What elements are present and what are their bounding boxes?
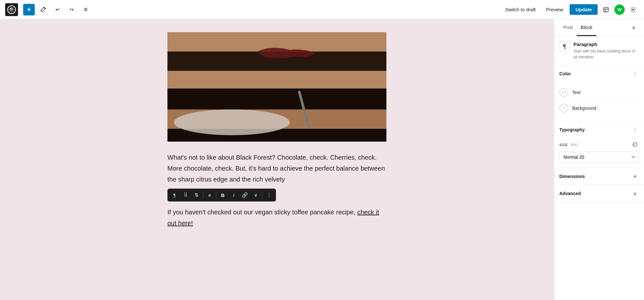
size-label: SIZE (PX) — [559, 142, 578, 147]
paragraph2-text: If you haven't checked out our vegan sti… — [167, 207, 386, 229]
block-icon: ¶ — [559, 42, 570, 52]
color-section: Color ⋮ Text Back — [554, 65, 644, 121]
inline-toolbar: ¶ ⠿ ⇅ ≡ B I 🔗 ∨ ⋮ — [167, 189, 276, 202]
tab-block[interactable]: Block — [577, 19, 596, 36]
text-color-circle — [559, 88, 568, 97]
bg-color-circle — [559, 104, 568, 113]
bold-button[interactable]: B — [218, 190, 228, 200]
more-options-button[interactable]: ∨ — [251, 190, 261, 200]
text-color-label: Text — [572, 90, 581, 95]
toolbar-divider-1 — [203, 191, 203, 199]
paragraph1-text[interactable]: What's not to like about Black Forest? C… — [167, 152, 386, 185]
dimensions-title: Dimensions — [559, 174, 631, 179]
block-info-text: Paragraph Start with the basic building … — [573, 42, 639, 60]
sidebar-tabs: Post Block × — [554, 19, 644, 36]
paragraph-type-button[interactable]: ¶ — [169, 190, 180, 200]
svg-rect-2 — [604, 7, 608, 12]
bg-color-label: Background — [572, 106, 596, 111]
content-area: What's not to like about Black Forest? C… — [0, 19, 554, 300]
reset-size-button[interactable] — [631, 141, 639, 148]
advanced-title: Advanced — [559, 191, 631, 196]
move-button[interactable]: ⇅ — [191, 190, 202, 200]
tab-post[interactable]: Post — [559, 19, 577, 36]
font-size-select[interactable]: Normal 20 Small Medium Large Extra Large — [559, 152, 639, 163]
link-button[interactable]: 🔗 — [240, 190, 250, 200]
edit-button[interactable] — [37, 4, 49, 15]
cake-image — [167, 32, 386, 142]
add-block-button[interactable]: + — [23, 4, 35, 15]
color-actions: ⋮ — [631, 70, 639, 78]
svg-rect-12 — [167, 32, 386, 142]
typography-title: Typography — [559, 127, 631, 132]
advanced-section: Advanced ∨ — [554, 185, 644, 202]
block-title: Paragraph — [573, 42, 639, 47]
advanced-header[interactable]: Advanced ∨ — [554, 185, 644, 202]
typography-actions: ⋮ — [631, 126, 639, 134]
color-section-header[interactable]: Color ⋮ — [554, 65, 644, 82]
content-inner: What's not to like about Black Forest? C… — [167, 32, 386, 274]
preview-button[interactable]: Preview — [542, 4, 567, 15]
italic-button[interactable]: I — [229, 190, 239, 200]
settings-button[interactable] — [627, 4, 639, 15]
sidebar: Post Block × ¶ Paragraph Start with the … — [554, 19, 644, 300]
topbar: + ↩ ↪ ≡ Switch to draft Preview Update W — [0, 0, 644, 19]
typography-section-header[interactable]: Typography ⋮ — [554, 121, 644, 138]
switch-draft-button[interactable]: Switch to draft — [501, 4, 540, 15]
paragraph-content: What's not to like about Black Forest? C… — [167, 152, 386, 229]
wp-logo — [5, 3, 18, 16]
color-title: Color — [559, 71, 631, 76]
svg-point-3 — [632, 9, 634, 10]
typography-section: Typography ⋮ SIZE (PX) — [554, 121, 644, 168]
dimensions-header[interactable]: Dimensions + — [554, 168, 644, 185]
avatar-button[interactable]: W — [614, 5, 625, 15]
update-button[interactable]: Update — [570, 4, 598, 15]
toolbar-divider-3 — [262, 191, 262, 199]
block-info: ¶ Paragraph Start with the basic buildin… — [554, 36, 644, 65]
block-description: Start with the basic building block of a… — [573, 48, 639, 60]
dimensions-section: Dimensions + — [554, 168, 644, 185]
topbar-right: Switch to draft Preview Update W — [501, 4, 639, 15]
advanced-chevron-button[interactable]: ∨ — [631, 190, 639, 197]
align-button[interactable]: ≡ — [204, 190, 215, 200]
add-dimensions-button[interactable]: + — [631, 173, 639, 180]
typography-options-button[interactable]: ⋮ — [631, 126, 639, 134]
color-background-row[interactable]: Background — [559, 100, 639, 116]
size-row: SIZE (PX) — [559, 141, 639, 148]
typography-body: SIZE (PX) Normal 20 Small Medium Large E… — [554, 138, 644, 168]
color-options-button[interactable]: ⋮ — [631, 70, 639, 78]
toolbar-divider-2 — [216, 191, 216, 199]
layout-icon-button[interactable] — [600, 4, 612, 15]
redo-button[interactable]: ↪ — [66, 4, 77, 15]
block-options-button[interactable]: ⋮ — [264, 190, 274, 200]
main-layout: What's not to like about Black Forest? C… — [0, 19, 644, 300]
tools-button[interactable]: ≡ — [80, 4, 91, 15]
drag-handle-button[interactable]: ⠿ — [180, 190, 191, 200]
close-sidebar-button[interactable]: × — [629, 23, 639, 33]
color-text-row[interactable]: Text — [559, 85, 639, 100]
undo-button[interactable]: ↩ — [52, 4, 63, 15]
color-body: Text Background — [554, 82, 644, 121]
